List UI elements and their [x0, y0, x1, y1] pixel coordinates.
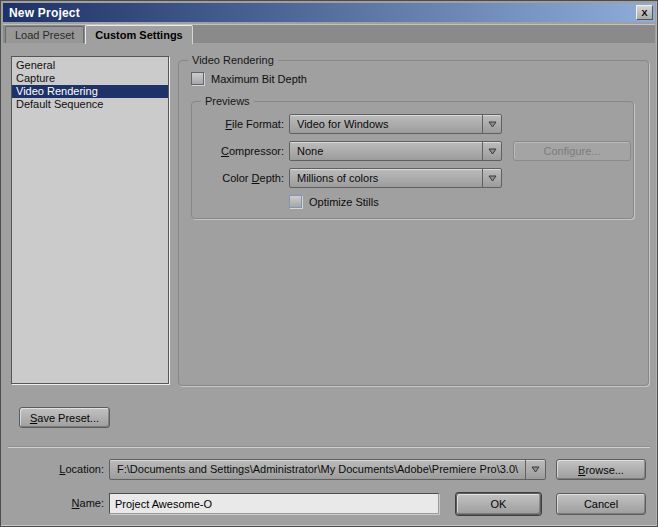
- location-combo[interactable]: F:\Documents and Settings\Administrator\…: [109, 459, 546, 480]
- chevron-down-icon: [488, 175, 497, 182]
- name-field[interactable]: [109, 493, 439, 514]
- tab-bar: Load Preset Custom Settings: [3, 24, 655, 43]
- tab-custom-settings[interactable]: Custom Settings: [85, 25, 192, 44]
- compressor-dropdown-button[interactable]: [482, 142, 501, 160]
- title-bar: New Project X: [3, 3, 655, 22]
- color-depth-dropdown-button[interactable]: [482, 169, 501, 187]
- file-format-dropdown[interactable]: Video for Windows: [289, 114, 502, 134]
- maximum-bit-depth-label: Maximum Bit Depth: [211, 73, 307, 85]
- footer-divider: [8, 446, 650, 448]
- chevron-down-icon: [488, 148, 497, 155]
- new-project-dialog: New Project X Load Preset Custom Setting…: [0, 0, 658, 527]
- window-title: New Project: [9, 6, 80, 20]
- optimize-stills-label: Optimize Stills: [309, 196, 379, 208]
- name-label: Name:: [1, 497, 104, 509]
- list-item-default-sequence[interactable]: Default Sequence: [12, 98, 168, 111]
- color-depth-value: Millions of colors: [297, 169, 479, 187]
- location-label: Location:: [1, 463, 104, 475]
- compressor-label: Compressor:: [192, 145, 284, 157]
- optimize-stills-row: Optimize Stills: [289, 195, 633, 208]
- browse-button[interactable]: Browse...: [556, 459, 646, 480]
- configure-button[interactable]: Configure...: [513, 141, 631, 161]
- video-rendering-group-label: Video Rendering: [188, 54, 278, 66]
- close-button[interactable]: X: [636, 5, 653, 20]
- cancel-button[interactable]: Cancel: [556, 493, 646, 515]
- color-depth-label: Color Depth:: [192, 172, 284, 184]
- color-depth-dropdown[interactable]: Millions of colors: [289, 168, 502, 188]
- location-dropdown-button[interactable]: [525, 460, 545, 479]
- close-icon: X: [641, 8, 647, 18]
- file-format-dropdown-button[interactable]: [482, 115, 501, 133]
- ok-button[interactable]: OK: [456, 493, 541, 515]
- maximum-bit-depth-checkbox[interactable]: [191, 72, 204, 85]
- list-item-capture[interactable]: Capture: [12, 72, 168, 85]
- save-preset-button[interactable]: Save Preset...: [19, 407, 110, 428]
- compressor-dropdown[interactable]: None: [289, 141, 502, 161]
- compressor-row: Compressor: None Configure...: [192, 141, 633, 161]
- previews-group: Previews File Format: Video for Windows …: [191, 95, 634, 219]
- settings-list[interactable]: General Capture Video Rendering Default …: [11, 56, 169, 384]
- file-format-row: File Format: Video for Windows: [192, 114, 633, 134]
- optimize-stills-checkbox[interactable]: [289, 195, 302, 208]
- file-format-value: Video for Windows: [297, 115, 479, 133]
- list-item-general[interactable]: General: [12, 59, 168, 72]
- video-rendering-group: Video Rendering Maximum Bit Depth Previe…: [178, 54, 649, 386]
- chevron-down-icon: [488, 121, 497, 128]
- chevron-down-icon: [531, 466, 540, 473]
- file-format-label: File Format:: [192, 118, 284, 130]
- previews-group-label: Previews: [201, 95, 254, 107]
- maximum-bit-depth-row: Maximum Bit Depth: [191, 72, 648, 85]
- tab-load-preset[interactable]: Load Preset: [5, 26, 84, 43]
- color-depth-row: Color Depth: Millions of colors: [192, 168, 633, 188]
- location-value: F:\Documents and Settings\Administrator\…: [117, 460, 523, 479]
- list-item-video-rendering[interactable]: Video Rendering: [12, 85, 168, 98]
- compressor-value: None: [297, 142, 479, 160]
